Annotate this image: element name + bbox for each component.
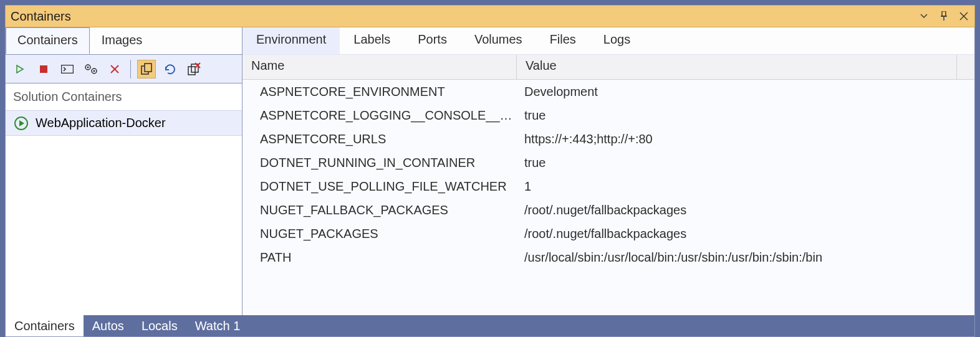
sidebar-section-label: Solution Containers [6,83,242,110]
svg-rect-6 [62,65,74,73]
close-icon[interactable] [958,11,969,22]
sidebar-tab-containers[interactable]: Containers [6,27,90,54]
env-var-name: NUGET_FALLBACK_PACKAGES [243,203,517,217]
env-var-name: DOTNET_RUNNING_IN_CONTAINER [243,156,517,170]
details-panel: Environment Labels Ports Volumes Files L… [243,27,974,315]
svg-rect-14 [145,64,151,72]
tab-ports[interactable]: Ports [404,27,461,54]
delete-icon[interactable] [105,60,124,78]
tab-labels[interactable]: Labels [340,27,404,54]
details-tabs: Environment Labels Ports Volumes Files L… [243,27,974,55]
play-icon[interactable] [11,60,29,78]
grid-body: ASPNETCORE_ENVIRONMENTDevelopmentASPNETC… [243,80,974,315]
env-var-name: NUGET_PACKAGES [243,227,517,241]
remove-copy-icon[interactable] [185,60,203,78]
window-titlebar: Containers [5,5,975,27]
env-var-value: https://+:443;http://+:80 [517,132,974,146]
sidebar-toolbar [6,55,242,83]
table-row[interactable]: NUGET_PACKAGES/root/.nuget/fallbackpacka… [243,222,974,245]
table-row[interactable]: ASPNETCORE_LOGGING__CONSOLE__DISA...true [243,103,974,127]
env-var-name: ASPNETCORE_ENVIRONMENT [243,85,517,99]
table-row[interactable]: NUGET_FALLBACK_PACKAGES/root/.nuget/fall… [243,198,974,222]
settings-gear-icon[interactable] [82,60,100,78]
table-row[interactable]: ASPNETCORE_URLShttps://+:443;http://+:80 [243,127,974,151]
bottom-tab-bar: Containers Autos Locals Watch 1 [6,315,974,336]
env-var-value: Development [517,85,974,99]
env-var-value: /root/.nuget/fallbackpackages [517,227,974,241]
running-icon [14,116,28,130]
tab-logs[interactable]: Logs [590,27,644,54]
dropdown-icon[interactable] [918,11,930,22]
env-var-name: ASPNETCORE_LOGGING__CONSOLE__DISA... [243,108,517,123]
sidebar-tab-images[interactable]: Images [90,27,155,54]
window-title: Containers [11,9,918,24]
bottom-tab-watch1[interactable]: Watch 1 [186,315,249,336]
grid-header: Name Value [243,55,974,80]
column-header-spacer [956,55,974,79]
table-row[interactable]: PATH/usr/local/sbin:/usr/local/bin:/usr/… [243,245,974,269]
column-header-name[interactable]: Name [243,55,517,79]
toolbar-separator [130,60,131,78]
sidebar: Containers Images [6,27,243,315]
env-var-name: DOTNET_USE_POLLING_FILE_WATCHER [243,179,517,194]
svg-point-8 [87,66,89,68]
stop-icon[interactable] [34,60,53,78]
env-var-value: true [517,156,974,170]
container-item-label: WebApplication-Docker [36,116,166,130]
env-var-value: /root/.nuget/fallbackpackages [517,203,974,217]
table-row[interactable]: DOTNET_RUNNING_IN_CONTAINERtrue [243,151,974,174]
sidebar-tabs: Containers Images [6,27,242,55]
bottom-tab-autos[interactable]: Autos [84,315,133,336]
svg-rect-5 [40,65,47,73]
column-header-value[interactable]: Value [517,55,956,79]
table-row[interactable]: ASPNETCORE_ENVIRONMENTDevelopment [243,80,974,103]
table-row[interactable]: DOTNET_USE_POLLING_FILE_WATCHER1 [243,174,974,198]
bottom-tab-locals[interactable]: Locals [133,315,186,336]
env-var-name: PATH [243,250,517,265]
container-item[interactable]: WebApplication-Docker [6,110,242,136]
pin-icon[interactable] [938,11,949,22]
env-var-name: ASPNETCORE_URLS [243,132,517,146]
tab-files[interactable]: Files [536,27,590,54]
svg-rect-0 [942,11,946,16]
env-var-value: 1 [517,179,974,194]
svg-point-10 [94,70,95,72]
env-var-value: true [517,108,974,123]
tab-environment[interactable]: Environment [243,27,340,54]
tab-volumes[interactable]: Volumes [461,27,536,54]
terminal-icon[interactable] [58,60,77,78]
copy-icon[interactable] [137,60,156,78]
refresh-icon[interactable] [161,60,180,78]
bottom-tab-containers[interactable]: Containers [6,315,84,336]
env-var-value: /usr/local/sbin:/usr/local/bin:/usr/sbin… [517,250,974,265]
